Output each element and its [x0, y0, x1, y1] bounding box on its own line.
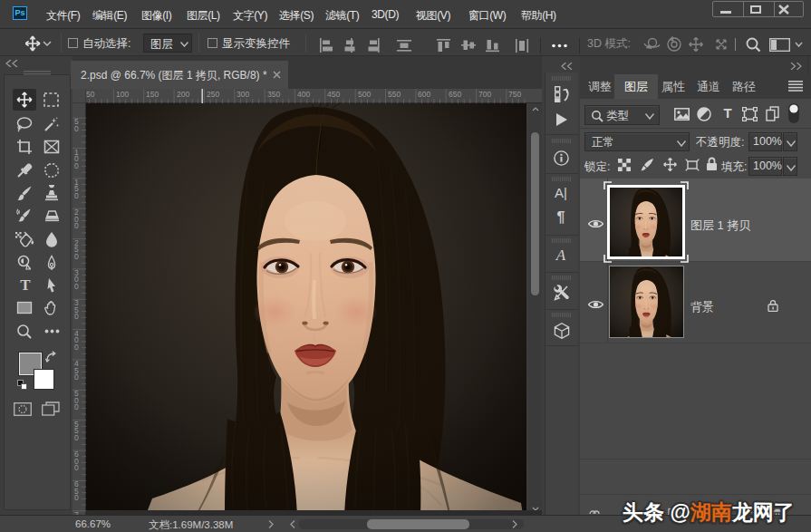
- svg-text:0: 0: [74, 493, 79, 502]
- svg-text:0: 0: [74, 282, 79, 291]
- svg-text:250: 250: [207, 90, 219, 99]
- svg-text:0: 0: [74, 402, 79, 411]
- svg-text:0: 0: [74, 372, 79, 382]
- svg-text:0: 0: [74, 252, 79, 261]
- svg-text:0: 0: [74, 191, 79, 200]
- svg-text:400: 400: [297, 90, 310, 99]
- svg-text:500: 500: [358, 90, 371, 99]
- svg-text:650: 650: [449, 90, 461, 99]
- svg-text:0: 0: [74, 124, 79, 133]
- svg-text:0: 0: [74, 161, 79, 170]
- svg-text:100: 100: [116, 90, 129, 99]
- svg-text:0: 0: [74, 433, 79, 442]
- svg-text:300: 300: [237, 90, 249, 99]
- svg-text:600: 600: [418, 90, 430, 99]
- svg-text:0: 0: [74, 463, 79, 472]
- svg-text:450: 450: [327, 90, 340, 99]
- svg-text:200: 200: [177, 90, 189, 99]
- svg-text:0: 0: [74, 312, 79, 321]
- svg-text:550: 550: [388, 90, 401, 99]
- svg-text:50: 50: [86, 90, 95, 99]
- svg-text:0: 0: [74, 343, 79, 352]
- svg-text:0: 0: [74, 221, 79, 230]
- svg-text:750: 750: [508, 90, 521, 99]
- svg-text:150: 150: [146, 90, 159, 99]
- svg-text:350: 350: [267, 90, 280, 99]
- svg-text:700: 700: [478, 90, 491, 99]
